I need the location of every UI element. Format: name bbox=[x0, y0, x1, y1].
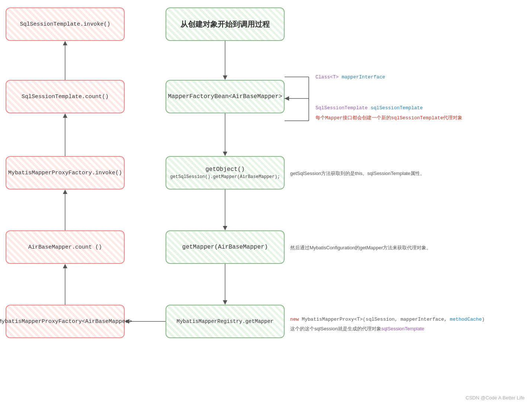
left-box-sqls-count: SqlSessionTemplate.count() bbox=[6, 80, 125, 113]
annotation-proxy-session: 这个的这个sqlSession就是生成的代理对象sqlSessionTempla… bbox=[290, 326, 424, 332]
annotation-mapper-proxy: 每个Mapper接口都会创建一个新的sqlSessionTemplate代理对象 bbox=[315, 114, 462, 121]
annotation-get-sql-session: getSqlSession方法获取到的是this。sqlSessionTempl… bbox=[290, 170, 425, 177]
left-box-mybatis-invoke: MybatisMapperProxyFactory.invoke() bbox=[6, 156, 125, 190]
watermark: CSDN @Code A Better Life bbox=[466, 395, 525, 401]
svg-marker-11 bbox=[223, 152, 227, 156]
svg-marker-3 bbox=[63, 190, 67, 194]
center-box-mapper-factory-bean: MapperFactoryBean<AirBaseMapper> bbox=[166, 80, 285, 113]
svg-marker-5 bbox=[63, 113, 67, 118]
center-box-get-mapper: getMapper(AirBaseMapper) bbox=[166, 230, 285, 264]
diagram-container: SqlSessionTemplate.invoke() SqlSessionTe… bbox=[0, 0, 532, 408]
center-box-registry-get-mapper: MybatisMapperRegistry.getMapper bbox=[166, 305, 285, 338]
left-box-mybatis-factory: MybatisMapperProxyFactory<AirBaseMapper> bbox=[6, 305, 125, 338]
annotation-mapper-interface: Class<T> mapperInterface bbox=[315, 74, 385, 80]
arrows-svg bbox=[0, 0, 532, 408]
annotation-new-proxy: new MybatisMapperProxy<T>(sqlSession, ma… bbox=[290, 317, 485, 322]
left-box-sqls-invoke: SqlSessionTemplate.invoke() bbox=[6, 7, 125, 41]
annotation-sql-session-template: SqlSessionTemplate sqlSessionTemplate bbox=[315, 105, 423, 111]
svg-marker-15 bbox=[223, 300, 227, 305]
left-box-air-count: AirBaseMapper.count () bbox=[6, 230, 125, 264]
svg-marker-9 bbox=[223, 75, 227, 80]
svg-marker-23 bbox=[285, 96, 289, 101]
svg-marker-13 bbox=[223, 226, 227, 230]
svg-marker-1 bbox=[63, 264, 67, 268]
svg-marker-7 bbox=[63, 41, 67, 45]
center-box-get-object: getObject() getSqlSession().getMapper(Ai… bbox=[166, 156, 285, 190]
center-box-title: 从创建对象开始到调用过程 bbox=[166, 7, 285, 41]
annotation-mybatis-config: 然后通过MybatisConfiguration的getMapper方法来获取代… bbox=[290, 245, 431, 251]
